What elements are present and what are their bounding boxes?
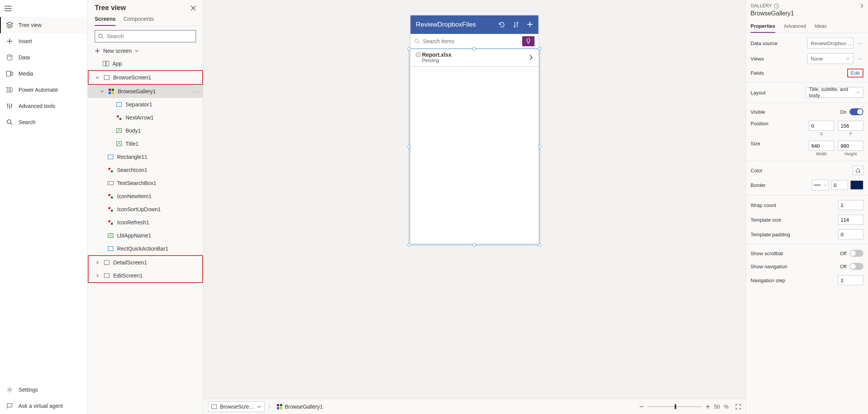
tree-item-title1[interactable]: Title1 xyxy=(88,137,203,150)
svg-point-25 xyxy=(108,194,111,196)
svg-point-29 xyxy=(108,220,111,222)
tree-item-rectquickactionbar1[interactable]: RectQuickActionBar1 xyxy=(88,242,203,255)
size-width-input[interactable] xyxy=(809,141,834,151)
position-x-input[interactable] xyxy=(809,121,834,131)
shownav-state: Off xyxy=(840,264,846,269)
chevron-right-icon[interactable] xyxy=(529,54,533,61)
tree-item-nextarrow1[interactable]: NextArrow1 xyxy=(88,111,203,124)
border-color-picker[interactable] xyxy=(850,180,863,190)
nav-media[interactable]: Media xyxy=(0,66,87,82)
tree-item-more[interactable]: ··· xyxy=(193,88,200,94)
tree-item-browsescreen[interactable]: BrowseScreen1 xyxy=(89,71,202,84)
color-picker[interactable] xyxy=(853,166,863,175)
svg-point-6 xyxy=(7,120,11,124)
screen-icon xyxy=(211,404,217,409)
tree-item-app[interactable]: App xyxy=(88,57,203,70)
wrapcount-input[interactable] xyxy=(838,200,863,210)
breadcrumb-label: BrowseGallery1 xyxy=(285,404,323,410)
border-width-input[interactable] xyxy=(831,180,848,190)
nav-virtual-agent[interactable]: Ask a virtual agent xyxy=(0,398,87,414)
chevron-right-icon[interactable] xyxy=(95,261,100,264)
chevron-down-icon[interactable] xyxy=(95,76,100,79)
zoom-value: 50 xyxy=(714,404,720,410)
nav-insert[interactable]: Insert xyxy=(0,33,87,49)
tree-item-iconrefresh1[interactable]: IconRefresh1 xyxy=(88,216,203,229)
zoom-in-button[interactable] xyxy=(705,404,710,409)
svg-rect-26 xyxy=(111,197,113,199)
tree-item-iconnewitem1[interactable]: IconNewItem1 xyxy=(88,190,203,203)
tree-item-rectangle11[interactable]: Rectangle11 xyxy=(88,150,203,163)
tree-item-label: LblAppName1 xyxy=(117,232,151,239)
label-icon xyxy=(116,127,122,134)
add-icon[interactable] xyxy=(527,21,533,28)
templatepadding-input[interactable] xyxy=(838,229,863,239)
position-y-input[interactable] xyxy=(838,121,863,131)
datasource-more[interactable]: ··· xyxy=(856,40,863,46)
nav-advanced-tools[interactable]: Advanced tools xyxy=(0,98,87,114)
gallery-item[interactable]: Report.xlsx Pending xyxy=(411,49,538,67)
nav-search[interactable]: Search xyxy=(0,114,87,130)
nav-data[interactable]: Data xyxy=(0,49,87,66)
zoom-out-button[interactable] xyxy=(639,404,644,409)
tree-item-iconsortupdown1[interactable]: IconSortUpDown1 xyxy=(88,203,203,216)
lightbulb-icon xyxy=(526,38,531,44)
views-dropdown[interactable]: None xyxy=(807,53,853,64)
close-tree-button[interactable] xyxy=(191,5,196,11)
tree-search-box[interactable] xyxy=(95,30,196,42)
navstep-input[interactable] xyxy=(838,275,863,285)
tree-tab-components[interactable]: Components xyxy=(123,16,154,26)
nav-settings[interactable]: Settings xyxy=(0,382,87,398)
tree-item-label: Separator1 xyxy=(126,101,152,108)
hamburger-button[interactable] xyxy=(0,0,87,17)
tree-item-separator1[interactable]: Separator1 xyxy=(88,98,203,111)
props-tab-properties[interactable]: Properties xyxy=(751,21,775,33)
layout-dropdown[interactable]: Title, subtitle, and body xyxy=(806,87,863,98)
props-tab-ideas[interactable]: Ideas xyxy=(814,21,827,33)
props-tab-advanced[interactable]: Advanced xyxy=(784,21,806,33)
tree-search-input[interactable] xyxy=(107,33,193,39)
tree-item-detailscreen[interactable]: DetailScreen1 xyxy=(89,256,202,269)
templatesize-input[interactable] xyxy=(838,215,863,225)
chevron-right-icon[interactable] xyxy=(860,3,863,8)
app-icon xyxy=(102,60,109,67)
svg-rect-34 xyxy=(104,274,109,278)
ideas-button[interactable] xyxy=(522,36,535,46)
nav-power-automate[interactable]: Power Automate xyxy=(0,82,87,98)
tree-item-body1[interactable]: Body1 xyxy=(88,124,203,137)
fields-edit-button[interactable]: Edit xyxy=(847,69,863,77)
zoom-slider[interactable] xyxy=(648,406,702,407)
views-more[interactable]: ··· xyxy=(856,56,863,62)
datasource-dropdown[interactable]: ReviewDropbox… xyxy=(807,38,853,49)
tree-item-searchicon1[interactable]: SearchIcon1 xyxy=(88,163,203,177)
tree-item-lblappname1[interactable]: LblAppName1 xyxy=(88,229,203,242)
app-preview[interactable]: ReviewDropboxFiles xyxy=(411,15,538,243)
refresh-icon[interactable] xyxy=(498,21,505,28)
shownav-toggle[interactable] xyxy=(850,263,863,270)
size-height-input[interactable] xyxy=(838,141,863,151)
scrollbar-toggle[interactable] xyxy=(850,250,863,257)
tree-item-textsearchbox1[interactable]: TextSearchBox1 xyxy=(88,177,203,190)
visible-state: On xyxy=(840,109,846,115)
selected-element-name: BrowseGallery1 xyxy=(746,8,868,21)
nav-tree-view[interactable]: Tree view xyxy=(0,17,87,33)
chevron-right-icon[interactable] xyxy=(95,274,100,278)
tree-item-editscreen[interactable]: EditScreen1 xyxy=(89,269,202,282)
highlight-browsescreen: BrowseScreen1 xyxy=(88,70,203,85)
screen-selector[interactable]: BrowseScre… xyxy=(208,401,265,412)
new-screen-button[interactable]: New screen xyxy=(88,46,203,57)
breadcrumb-gallery[interactable]: BrowseGallery1 xyxy=(274,404,326,410)
tree-tab-screens[interactable]: Screens xyxy=(95,16,116,26)
gallery-area[interactable]: Report.xlsx Pending xyxy=(411,49,538,243)
sort-icon[interactable] xyxy=(513,21,519,28)
fullscreen-button[interactable] xyxy=(736,404,741,409)
visible-toggle[interactable] xyxy=(850,108,863,115)
tree-item-label: App xyxy=(112,61,122,67)
help-icon[interactable]: ? xyxy=(774,3,779,8)
border-style-dropdown[interactable] xyxy=(812,180,829,190)
svg-point-0 xyxy=(7,55,12,56)
svg-rect-10 xyxy=(106,61,109,66)
chevron-down-icon[interactable] xyxy=(99,90,105,93)
app-search-input[interactable] xyxy=(423,38,519,44)
svg-rect-13 xyxy=(112,89,114,91)
tree-item-browsegallery[interactable]: BrowseGallery1 ··· xyxy=(88,85,203,98)
